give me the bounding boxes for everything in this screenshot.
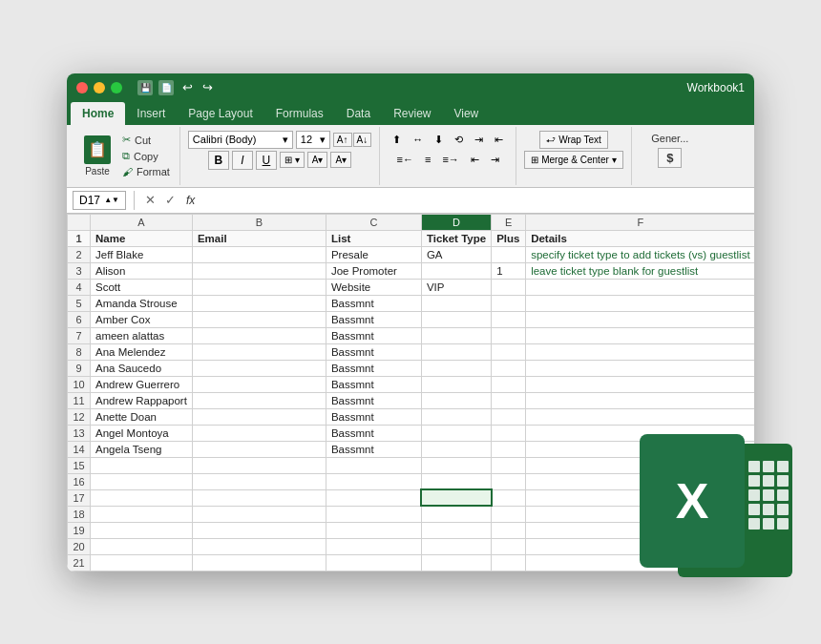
cell-e13[interactable] [492,425,526,441]
cell-b4[interactable] [192,279,326,295]
save-icon[interactable]: 💾 [137,80,153,95]
cell-f7[interactable] [526,327,754,343]
cell-d2[interactable]: GA [421,246,491,262]
maximize-button[interactable] [111,82,122,93]
cell-b9[interactable] [192,360,326,376]
cell-b19[interactable] [192,522,326,538]
tab-page-layout[interactable]: Page Layout [177,102,263,125]
cell-reference-box[interactable]: D17 ▲▼ [73,191,126,210]
cell-b20[interactable] [192,538,326,554]
cell-e7[interactable] [492,327,526,343]
underline-button[interactable]: U [256,151,277,170]
cell-b11[interactable] [192,392,326,408]
tab-insert[interactable]: Insert [125,102,177,125]
cell-e20[interactable] [492,538,526,554]
cell-a6[interactable]: Amber Cox [91,311,193,327]
cell-e2[interactable] [492,246,526,262]
cell-c10[interactable]: Bassmnt [326,376,421,392]
undo-button[interactable]: ↩ [179,78,196,96]
cell-b12[interactable] [192,408,326,425]
bold-button[interactable]: B [208,151,229,170]
cell-e6[interactable] [492,311,526,327]
cell-b8[interactable] [192,343,326,360]
increase-font-button[interactable]: A↑ [333,133,352,147]
cell-e8[interactable] [492,343,526,360]
cell-d5[interactable] [421,295,491,311]
cell-b2[interactable] [192,246,326,262]
cell-d15[interactable] [421,457,491,473]
orientation-button[interactable]: ⟲ [450,131,468,149]
cell-b17[interactable] [192,489,326,506]
col-header-b[interactable]: B [192,214,326,230]
cell-e10[interactable] [492,376,526,392]
cell-b1[interactable]: Email [192,230,326,246]
cell-e21[interactable] [492,554,526,571]
cell-e9[interactable] [492,360,526,376]
cell-c19[interactable] [326,522,421,538]
cell-a21[interactable] [91,554,193,571]
copy-button[interactable]: ⧉ Copy [120,149,172,163]
cell-e18[interactable] [492,506,526,522]
currency-button[interactable]: $ [658,148,682,168]
cell-a14[interactable]: Angela Tseng [91,441,193,457]
cell-a19[interactable] [91,522,193,538]
cell-b7[interactable] [192,327,326,343]
tab-review[interactable]: Review [382,102,442,125]
cell-a8[interactable]: Ana Melendez [91,343,193,360]
cell-e12[interactable] [492,408,526,425]
cell-a20[interactable] [91,538,193,554]
cell-c6[interactable]: Bassmnt [326,311,421,327]
cell-f6[interactable] [526,311,754,327]
indent-left-button[interactable]: ⇤ [490,131,508,149]
cell-a15[interactable] [91,457,193,473]
cell-d13[interactable] [421,425,491,441]
decrease-indent-button[interactable]: ⇤ [466,151,484,169]
cell-d20[interactable] [421,538,491,554]
cell-b5[interactable] [192,295,326,311]
align-center-button[interactable]: ≡ [420,151,435,168]
cell-c5[interactable]: Bassmnt [326,295,421,311]
cell-c17[interactable] [326,489,421,506]
cell-a3[interactable]: Alison [91,262,193,279]
cell-f11[interactable] [526,392,754,408]
cell-e1[interactable]: Plus [492,230,526,246]
cell-e15[interactable] [492,457,526,473]
close-button[interactable] [76,82,88,93]
cell-a9[interactable]: Ana Saucedo [91,360,193,376]
fill-color-button[interactable]: A▾ [307,152,328,168]
tab-view[interactable]: View [442,102,490,125]
cell-c2[interactable]: Presale [326,246,421,262]
cell-c15[interactable] [326,457,421,473]
cell-c7[interactable]: Bassmnt [326,327,421,343]
cell-a7[interactable]: ameen alattas [91,327,193,343]
cell-e19[interactable] [492,522,526,538]
cut-button[interactable]: ✂ Cut [120,133,172,147]
cell-f10[interactable] [526,376,754,392]
cell-a11[interactable]: Andrew Rappaport [91,392,193,408]
cell-f9[interactable] [526,360,754,376]
cell-d19[interactable] [421,522,491,538]
cell-d7[interactable] [421,327,491,343]
cell-c11[interactable]: Bassmnt [326,392,421,408]
cell-b14[interactable] [192,441,326,457]
cell-c4[interactable]: Website [326,279,421,295]
cell-c1[interactable]: List [326,230,421,246]
cell-d6[interactable] [421,311,491,327]
cell-c12[interactable]: Bassmnt [326,408,421,425]
cell-c16[interactable] [326,473,421,489]
cell-f4[interactable] [526,279,754,295]
cell-c20[interactable] [326,538,421,554]
cell-d3[interactable] [421,262,491,279]
file-icon[interactable]: 📄 [158,80,174,95]
cell-a13[interactable]: Angel Montoya [91,425,193,441]
cell-d12[interactable] [421,408,491,425]
cell-b18[interactable] [192,506,326,522]
cell-f12[interactable] [526,408,754,425]
wrap-text-button[interactable]: ⮐ Wrap Text [539,131,608,149]
cell-e4[interactable] [492,279,526,295]
cell-d1[interactable]: Ticket Type [421,230,491,246]
cell-d11[interactable] [421,392,491,408]
cell-b6[interactable] [192,311,326,327]
cell-b15[interactable] [192,457,326,473]
cell-d10[interactable] [421,376,491,392]
